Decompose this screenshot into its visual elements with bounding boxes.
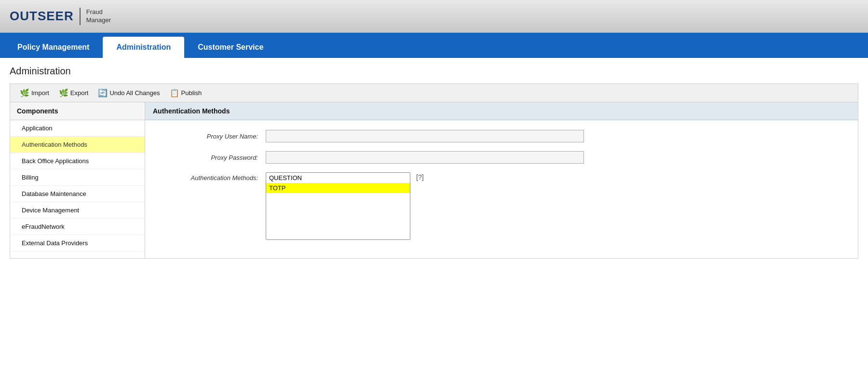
publish-button[interactable]: 📋 Publish bbox=[166, 87, 206, 99]
listbox-option-question[interactable]: QUESTION bbox=[266, 173, 410, 183]
sidebar-item-application[interactable]: Application bbox=[10, 120, 145, 137]
nav-tabs: Policy Management Administration Custome… bbox=[0, 33, 868, 58]
logo-divider bbox=[80, 8, 81, 25]
logo-subtitle: Fraud Manager bbox=[86, 8, 111, 25]
page-content: Administration 🌿 Import 🌿 Export 🔄 Undo … bbox=[0, 58, 868, 377]
export-icon: 🌿 bbox=[59, 88, 68, 98]
right-content: Authentication Methods Proxy User Name: … bbox=[145, 102, 858, 258]
sidebar-header: Components bbox=[10, 102, 145, 120]
undo-icon: 🔄 bbox=[98, 88, 108, 98]
auth-methods-listbox[interactable]: QUESTION TOTP bbox=[266, 172, 410, 240]
logo-outseer: OUTSEER bbox=[10, 9, 74, 24]
form-area: Proxy User Name: Proxy Password: Authent… bbox=[145, 120, 858, 258]
sidebar-item-device-management[interactable]: Device Management bbox=[10, 202, 145, 219]
toolbar: 🌿 Import 🌿 Export 🔄 Undo All Changes 📋 P… bbox=[10, 84, 858, 102]
page-title: Administration bbox=[10, 66, 858, 77]
proxy-password-label: Proxy Password: bbox=[160, 154, 266, 161]
tab-policy-management[interactable]: Policy Management bbox=[4, 37, 103, 58]
app-header: OUTSEER Fraud Manager bbox=[0, 0, 868, 33]
tab-customer-service[interactable]: Customer Service bbox=[184, 37, 277, 58]
sidebar: Components Application Authentication Me… bbox=[10, 102, 145, 258]
export-button[interactable]: 🌿 Export bbox=[55, 87, 93, 99]
proxy-password-row: Proxy Password: bbox=[160, 151, 843, 164]
auth-methods-listbox-wrapper: QUESTION TOTP [?] bbox=[266, 172, 426, 240]
proxy-user-row: Proxy User Name: bbox=[160, 130, 843, 142]
undo-all-button[interactable]: 🔄 Undo All Changes bbox=[94, 87, 163, 99]
sidebar-item-back-office[interactable]: Back Office Applications bbox=[10, 153, 145, 169]
listbox-option-totp[interactable]: TOTP bbox=[266, 183, 410, 193]
help-icon[interactable]: [?] bbox=[414, 172, 426, 182]
sidebar-item-external-data[interactable]: External Data Providers bbox=[10, 235, 145, 251]
sidebar-item-efraud[interactable]: eFraudNetwork bbox=[10, 219, 145, 235]
sidebar-item-billing[interactable]: Billing bbox=[10, 169, 145, 186]
proxy-password-input[interactable] bbox=[266, 151, 584, 164]
auth-methods-row: Authentication Methods: QUESTION TOTP [?… bbox=[160, 172, 843, 240]
right-panel-title: Authentication Methods bbox=[145, 102, 858, 120]
auth-methods-label: Authentication Methods: bbox=[160, 172, 266, 182]
sidebar-item-auth-methods[interactable]: Authentication Methods bbox=[10, 137, 145, 153]
import-icon: 🌿 bbox=[20, 88, 29, 98]
proxy-user-input[interactable] bbox=[266, 130, 584, 142]
import-button[interactable]: 🌿 Import bbox=[16, 87, 53, 99]
proxy-user-label: Proxy User Name: bbox=[160, 133, 266, 140]
publish-icon: 📋 bbox=[170, 88, 179, 98]
tab-administration[interactable]: Administration bbox=[103, 37, 184, 58]
main-layout: Components Application Authentication Me… bbox=[10, 102, 858, 259]
sidebar-item-db-maintenance[interactable]: Database Maintenance bbox=[10, 186, 145, 202]
